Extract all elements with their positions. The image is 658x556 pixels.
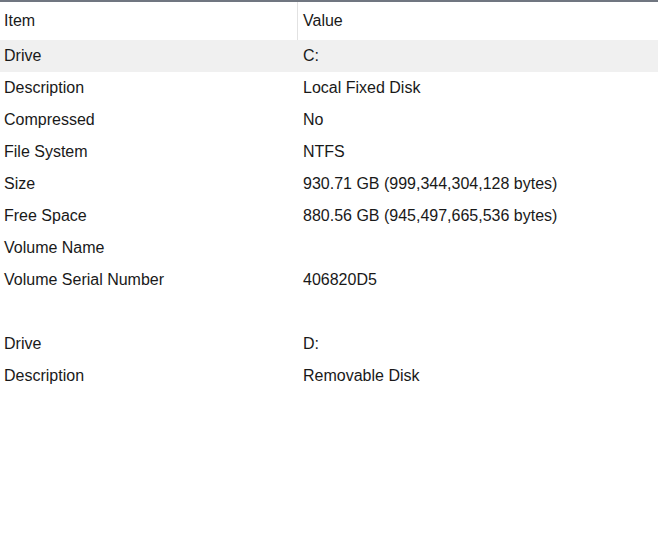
value-cell: NTFS: [298, 143, 658, 161]
value-cell: No: [298, 111, 658, 129]
value-cell: Removable Disk: [298, 367, 658, 385]
table-row[interactable]: Free Space 880.56 GB (945,497,665,536 by…: [0, 200, 658, 232]
value-cell: C:: [298, 47, 658, 65]
table-row[interactable]: Drive C:: [0, 40, 658, 72]
drives-listview: Item Value Drive C: Description Local Fi…: [0, 0, 658, 556]
item-cell: File System: [0, 143, 298, 161]
table-row[interactable]: Drive D:: [0, 328, 658, 360]
table-row[interactable]: Description Local Fixed Disk: [0, 72, 658, 104]
listview-body: Drive C: Description Local Fixed Disk Co…: [0, 40, 658, 392]
item-cell: Compressed: [0, 111, 298, 129]
value-cell: 880.56 GB (945,497,665,536 bytes): [298, 207, 658, 225]
table-row[interactable]: Volume Name: [0, 232, 658, 264]
item-cell: Description: [0, 367, 298, 385]
table-row[interactable]: File System NTFS: [0, 136, 658, 168]
table-row[interactable]: Description Removable Disk: [0, 360, 658, 392]
item-cell: Drive: [0, 47, 298, 65]
value-cell: 930.71 GB (999,344,304,128 bytes): [298, 175, 658, 193]
value-cell: 406820D5: [298, 271, 658, 289]
item-cell: Drive: [0, 335, 298, 353]
table-row[interactable]: Volume Serial Number 406820D5: [0, 264, 658, 296]
column-header-item[interactable]: Item: [0, 2, 298, 40]
table-row[interactable]: Size 930.71 GB (999,344,304,128 bytes): [0, 168, 658, 200]
item-cell: Free Space: [0, 207, 298, 225]
item-cell: Volume Serial Number: [0, 271, 298, 289]
item-cell: Size: [0, 175, 298, 193]
table-row[interactable]: [0, 296, 658, 328]
item-cell: Description: [0, 79, 298, 97]
listview-header: Item Value: [0, 2, 658, 40]
item-cell: Volume Name: [0, 239, 298, 257]
value-cell: Local Fixed Disk: [298, 79, 658, 97]
value-cell: D:: [298, 335, 658, 353]
table-row[interactable]: Compressed No: [0, 104, 658, 136]
column-header-value[interactable]: Value: [298, 2, 658, 40]
